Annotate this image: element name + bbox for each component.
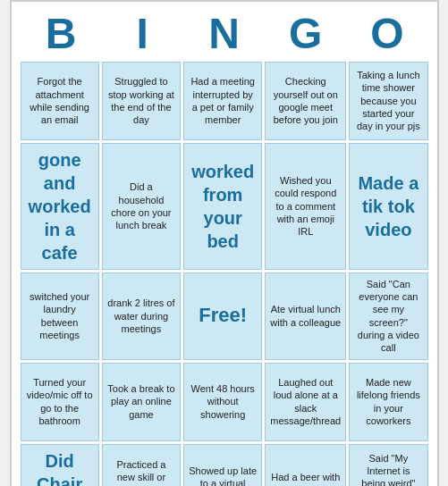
- bingo-letter-o: O: [348, 11, 427, 58]
- bingo-cell-7[interactable]: worked from your bed: [183, 143, 262, 270]
- bingo-cell-14[interactable]: Said "Can everyone can see my screen?" d…: [349, 272, 427, 360]
- bingo-cell-23[interactable]: Had a beer with a colleague: [265, 444, 346, 486]
- bingo-cell-8[interactable]: Wished you could respond to a comment wi…: [265, 143, 346, 270]
- bingo-cell-2[interactable]: Had a meeting interrupted by a pet or fa…: [183, 62, 262, 140]
- bingo-cell-5[interactable]: gone and worked in a cafe: [21, 143, 99, 270]
- bingo-cell-11[interactable]: drank 2 litres of water during meetings: [102, 272, 181, 360]
- bingo-cell-22[interactable]: Showed up late to a virtual meeting: [183, 444, 262, 486]
- bingo-cell-10[interactable]: switched your laundry between meetings: [21, 272, 99, 360]
- bingo-cell-3[interactable]: Checking yourself out on google meet bef…: [265, 62, 346, 140]
- bingo-cell-13[interactable]: Ate virtual lunch with a colleague: [265, 272, 346, 360]
- bingo-cell-20[interactable]: Did Chair Yoga: [21, 444, 99, 486]
- bingo-cell-1[interactable]: Struggled to stop working at the end of …: [102, 62, 181, 140]
- bingo-cell-24[interactable]: Said "My Internet is being weird" during…: [349, 444, 427, 486]
- bingo-grid: Forgot the attachment while sending an e…: [21, 62, 428, 486]
- bingo-cell-18[interactable]: Laughed out loud alone at a slack messag…: [265, 363, 346, 441]
- bingo-letter-b: B: [21, 11, 100, 58]
- bingo-cell-19[interactable]: Made new lifelong friends in your cowork…: [349, 363, 427, 441]
- bingo-cell-12[interactable]: Free!: [183, 272, 262, 360]
- bingo-letter-i: I: [103, 11, 182, 58]
- bingo-cell-9[interactable]: Made a tik tok video: [349, 143, 427, 270]
- bingo-card: BINGO Forgot the attachment while sendin…: [10, 0, 439, 486]
- bingo-cell-16[interactable]: Took a break to play an online game: [102, 363, 181, 441]
- bingo-cell-6[interactable]: Did a household chore on your lunch brea…: [102, 143, 181, 270]
- bingo-header: BINGO: [21, 11, 428, 58]
- bingo-cell-21[interactable]: Practiced a new skill or hobby for 20 mi…: [102, 444, 181, 486]
- bingo-cell-17[interactable]: Went 48 hours without showering: [183, 363, 262, 441]
- bingo-letter-n: N: [184, 11, 263, 58]
- bingo-cell-0[interactable]: Forgot the attachment while sending an e…: [21, 62, 99, 140]
- bingo-cell-15[interactable]: Turned your video/mic off to go to the b…: [21, 363, 99, 441]
- bingo-cell-4[interactable]: Taking a lunch time shower because you s…: [349, 62, 427, 140]
- bingo-letter-g: G: [266, 11, 345, 58]
